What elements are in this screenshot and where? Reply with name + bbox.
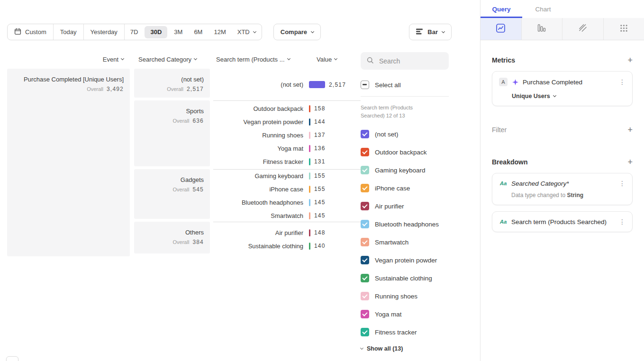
column-header-searched-category[interactable]: Searched Category bbox=[134, 56, 210, 63]
series-item[interactable]: Smartwatch bbox=[361, 233, 449, 251]
select-all-checkbox[interactable] bbox=[361, 81, 369, 89]
checkbox[interactable] bbox=[361, 292, 369, 300]
checkbox[interactable] bbox=[361, 148, 369, 156]
table-row[interactable]: iPhone case 155 bbox=[213, 182, 361, 196]
funnels-tab[interactable] bbox=[521, 18, 562, 40]
date-today-button[interactable]: Today bbox=[53, 24, 83, 40]
checkbox[interactable] bbox=[361, 238, 369, 246]
select-all-label: Select all bbox=[375, 81, 401, 89]
breakdown-heading: Breakdown bbox=[492, 158, 527, 166]
checkbox[interactable] bbox=[361, 310, 369, 318]
category-cell[interactable]: Others Overall384 bbox=[134, 222, 210, 253]
date-yesterday-button[interactable]: Yesterday bbox=[83, 24, 124, 40]
terms-column: Outdoor backpack 158 Vegan protein powde… bbox=[213, 100, 361, 169]
date-xtd-button[interactable]: XTD bbox=[232, 24, 262, 40]
date-12m-button[interactable]: 12M bbox=[208, 24, 231, 40]
breakdown-card-searched-category[interactable]: Aa Searched Category* ⋮ Data type change… bbox=[492, 173, 633, 205]
date-3m-button[interactable]: 3M bbox=[168, 24, 188, 40]
add-filter-button[interactable]: + bbox=[627, 126, 633, 134]
breakdown-card-search-term[interactable]: Aa Search term (Products Searched) ⋮ bbox=[492, 211, 633, 232]
category-cell[interactable]: (not set) Overall2,517 bbox=[134, 69, 210, 98]
select-all-row[interactable]: Select all bbox=[361, 81, 449, 89]
series-item[interactable]: Bluetooth headphones bbox=[361, 215, 449, 233]
checkbox[interactable] bbox=[361, 184, 369, 192]
series-badge: A bbox=[499, 78, 508, 86]
show-all-label: Show all (13) bbox=[367, 345, 403, 352]
search-input[interactable] bbox=[378, 57, 443, 65]
value-label: 155 bbox=[314, 186, 326, 192]
series-item[interactable]: Vegan protein powder bbox=[361, 251, 449, 269]
results-table: Event Searched Category Search term (Pro… bbox=[0, 52, 361, 352]
table-row[interactable]: Outdoor backpack 158 bbox=[213, 102, 361, 115]
chart-type-label: Bar bbox=[427, 28, 438, 36]
event-cell[interactable]: Purchase Completed [Unique Users] Overal… bbox=[7, 69, 130, 256]
series-item[interactable]: Gaming keyboard bbox=[361, 161, 449, 179]
retention-tab[interactable] bbox=[562, 18, 603, 40]
measurement-selector[interactable]: Unique Users bbox=[512, 93, 626, 99]
series-item[interactable]: Air purifier bbox=[361, 197, 449, 215]
series-item[interactable]: Running shoes bbox=[361, 287, 449, 305]
column-header-value[interactable]: Value bbox=[317, 56, 337, 63]
add-breakdown-button[interactable]: + bbox=[627, 158, 633, 166]
table-row[interactable]: Sustainable clothing 140 bbox=[213, 239, 361, 253]
flows-tab[interactable] bbox=[603, 18, 644, 40]
series-item[interactable]: iPhone case bbox=[361, 179, 449, 197]
report-canvas: Custom Today Yesterday 7D 30D 3M 6M 12M … bbox=[0, 0, 480, 361]
table-row[interactable]: (not set) 2,517 bbox=[213, 78, 361, 91]
tab-chart[interactable]: Chart bbox=[522, 0, 564, 18]
series-item[interactable]: Yoga mat bbox=[361, 305, 449, 323]
metric-options-button[interactable]: ⋮ bbox=[615, 78, 626, 86]
series-item[interactable]: (not set) bbox=[361, 125, 449, 143]
compare-button[interactable]: Compare bbox=[273, 24, 321, 40]
series-item[interactable]: Sustainable clothing bbox=[361, 269, 449, 287]
checkbox[interactable] bbox=[361, 220, 369, 228]
series-item[interactable]: Outdoor backpack bbox=[361, 143, 449, 161]
column-header-search-term[interactable]: Search term (Products ... Value bbox=[213, 56, 361, 63]
category-cell[interactable]: Sports Overall636 bbox=[134, 100, 210, 166]
checkbox[interactable] bbox=[361, 328, 369, 336]
category-cell[interactable]: Gadgets Overall545 bbox=[134, 169, 210, 219]
date-6m-button[interactable]: 6M bbox=[188, 24, 208, 40]
breakdown-options-button[interactable]: ⋮ bbox=[615, 218, 626, 226]
add-metric-button[interactable]: + bbox=[627, 56, 633, 64]
date-30d-button[interactable]: 30D bbox=[145, 26, 167, 38]
term-label: Air purifier bbox=[213, 229, 303, 236]
checkbox[interactable] bbox=[361, 274, 369, 282]
term-label: Gaming keyboard bbox=[213, 172, 303, 180]
table-header-row: Event Searched Category Search term (Pro… bbox=[7, 54, 361, 64]
series-label: Gaming keyboard bbox=[375, 167, 426, 174]
table-row[interactable]: Bluetooth headphones 145 bbox=[213, 196, 361, 209]
metric-card[interactable]: A Purchase Completed ⋮ Unique Users bbox=[492, 71, 633, 106]
value-label: 144 bbox=[314, 118, 326, 125]
table-row[interactable]: Yoga mat 136 bbox=[213, 142, 361, 155]
event-name: Purchase Completed [Unique Users] bbox=[13, 76, 124, 83]
breakdown-options-button[interactable]: ⋮ bbox=[615, 180, 626, 187]
date-custom-label: Custom bbox=[25, 28, 46, 36]
insights-tab[interactable] bbox=[481, 18, 521, 40]
tab-query[interactable]: Query bbox=[481, 0, 522, 18]
checkbox[interactable] bbox=[361, 166, 369, 174]
value-bar bbox=[309, 229, 310, 236]
table-row[interactable]: Air purifier 148 bbox=[213, 226, 361, 239]
table-row[interactable]: Smartwatch 145 bbox=[213, 209, 361, 222]
series-item[interactable]: Fitness tracker bbox=[361, 323, 449, 341]
series-label: Vegan protein powder bbox=[375, 257, 437, 264]
show-all-toggle[interactable]: Show all (13) bbox=[361, 345, 449, 352]
table-row[interactable]: Running shoes 137 bbox=[213, 128, 361, 142]
table-row[interactable]: Gaming keyboard 155 bbox=[213, 169, 361, 182]
chart-type-selector[interactable]: Bar bbox=[409, 24, 452, 40]
checkbox[interactable] bbox=[361, 256, 369, 264]
table-row[interactable]: Fitness tracker 131 bbox=[213, 155, 361, 168]
date-7d-button[interactable]: 7D bbox=[124, 24, 144, 40]
value-bar bbox=[309, 145, 310, 152]
search-box[interactable] bbox=[361, 52, 449, 70]
column-header-event[interactable]: Event bbox=[7, 56, 130, 63]
checkbox[interactable] bbox=[361, 130, 369, 138]
cut-off-floating-control[interactable] bbox=[6, 356, 18, 361]
data-type-note: Data type changed to String bbox=[511, 192, 626, 199]
toolbar: Custom Today Yesterday 7D 30D 3M 6M 12M … bbox=[7, 24, 452, 40]
overall-value: 3,492 bbox=[107, 86, 124, 92]
table-row[interactable]: Vegan protein powder 144 bbox=[213, 115, 361, 128]
date-custom-button[interactable]: Custom bbox=[8, 24, 53, 40]
checkbox[interactable] bbox=[361, 202, 369, 210]
